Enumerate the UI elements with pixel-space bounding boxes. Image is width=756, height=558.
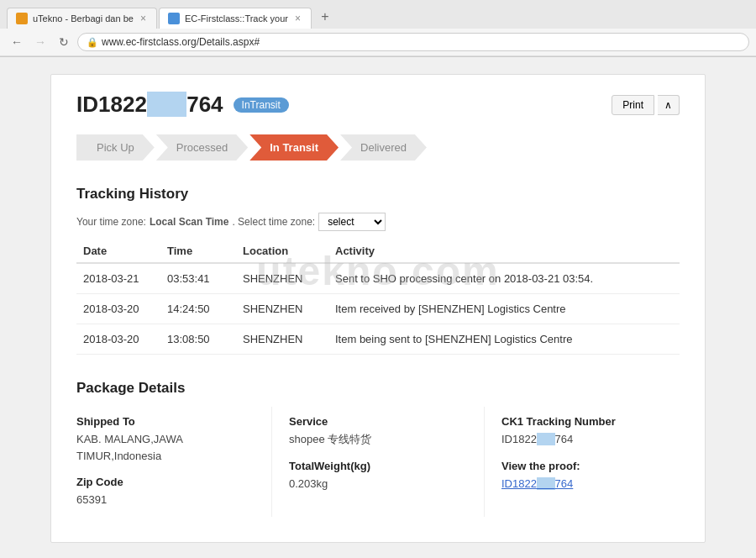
tracking-history-title: Tracking History [76, 186, 680, 203]
table-row: 2018-03-21 03:53:41 SHENZHEN Sent to SHO… [76, 263, 680, 294]
row2-time: 14:24:50 [160, 294, 236, 324]
timezone-select[interactable]: select [318, 213, 386, 231]
ck1-value: ID1822 764 [501, 431, 680, 448]
ck1-highlight [537, 433, 555, 445]
address-bar[interactable]: 🔒 www.ec-firstclass.org/Details.aspx# [77, 33, 749, 51]
print-button[interactable]: Print [612, 95, 654, 115]
table-row: 2018-03-20 14:24:50 SHENZHEN Item receiv… [76, 294, 680, 324]
tracking-header: ID1822 764 InTransit Print ∧ [76, 92, 680, 118]
tracking-table-body: 2018-03-21 03:53:41 SHENZHEN Sent to SHO… [76, 263, 680, 355]
ck1-suffix: 764 [555, 433, 574, 445]
tab-utekno[interactable]: uTekno - Berbagi dan be × [7, 8, 157, 29]
nav-bar: ← → ↻ 🔒 www.ec-firstclass.org/Details.as… [0, 29, 756, 56]
new-tab-button[interactable]: + [313, 5, 337, 29]
package-col-ck1: CK1 Tracking Number ID1822 764 View the … [485, 407, 680, 517]
row2-date: 2018-03-20 [76, 294, 160, 324]
step-pickup: Pick Up [76, 134, 155, 161]
package-proof-section: View the proof: ID1822 764 [501, 460, 680, 492]
reload-button[interactable]: ↻ [54, 32, 74, 52]
main-content: ID1822 764 InTransit Print ∧ Pick Up Pro… [50, 74, 706, 543]
package-details-section: Package Details Shipped To KAB. MALANG,J… [76, 380, 680, 517]
progress-steps: Pick Up Processed In Transit Delivered [76, 134, 680, 161]
weight-label: TotalWeight(kg) [289, 460, 467, 472]
ck1-label: CK1 Tracking Number [501, 415, 680, 428]
tab-favicon-utekno [16, 13, 28, 24]
row1-time: 03:53:41 [160, 263, 236, 294]
tab-title-ec: EC-Firstclass::Track your [185, 13, 288, 24]
tab-ec-firstclass[interactable]: EC-Firstclass::Track your × [159, 8, 312, 29]
package-details-title: Package Details [76, 380, 680, 397]
timezone-label: Your time zone: [76, 216, 146, 228]
browser-chrome: uTekno - Berbagi dan be × EC-Firstclass:… [0, 0, 756, 57]
status-badge: InTransit [234, 97, 289, 113]
tab-bar: uTekno - Berbagi dan be × EC-Firstclass:… [0, 0, 756, 29]
timezone-type: Local Scan Time [150, 216, 228, 228]
row2-activity: Item received by [SHENZHEN] Logistics Ce… [328, 294, 680, 324]
back-button[interactable]: ← [7, 32, 27, 52]
col-header-date: Date [76, 240, 160, 263]
service-value: shopee 专线特货 [289, 431, 467, 448]
shipped-to-label: Shipped To [76, 415, 255, 428]
id-highlight [147, 92, 186, 117]
proof-prefix: ID1822 [501, 477, 537, 490]
row3-time: 13:08:50 [160, 324, 236, 355]
shipped-to-value: KAB. MALANG,JAWA TIMUR,Indonesia [76, 431, 255, 464]
tab-favicon-ec [168, 13, 180, 24]
step-intransit: In Transit [249, 134, 339, 161]
row2-location: SHENZHEN [236, 294, 328, 324]
tracking-table-head: Date Time Location Activity [76, 240, 680, 263]
tracking-id-row: ID1822 764 InTransit [76, 92, 289, 118]
package-weight-section: TotalWeight(kg) 0.203kg [289, 460, 467, 492]
tracking-id: ID1822 764 [76, 92, 223, 118]
zip-code-label: Zip Code [76, 476, 255, 488]
timezone-row: Your time zone: Local Scan Time . Select… [76, 213, 680, 231]
proof-link[interactable]: ID1822 764 [501, 476, 680, 492]
col-header-location: Location [236, 240, 328, 263]
header-actions: Print ∧ [612, 95, 680, 115]
print-caret-button[interactable]: ∧ [658, 95, 680, 115]
step-processed: Processed [156, 134, 248, 161]
service-label: Service [289, 415, 467, 428]
weight-value: 0.203kg [289, 476, 467, 492]
proof-label: View the proof: [501, 460, 680, 472]
lock-icon: 🔒 [87, 37, 98, 48]
row1-date: 2018-03-21 [76, 263, 160, 294]
col-header-time: Time [160, 240, 236, 263]
tab-close-utekno[interactable]: × [139, 13, 148, 24]
zip-code-value: 65391 [76, 492, 255, 508]
step-delivered: Delivered [340, 134, 427, 161]
row1-activity: Sent to SHO processing center on 2018-03… [328, 263, 680, 294]
row3-location: SHENZHEN [236, 324, 328, 355]
proof-suffix: 764 [555, 477, 574, 490]
forward-button[interactable]: → [30, 32, 50, 52]
row3-date: 2018-03-20 [76, 324, 160, 355]
package-col-service: Service shopee 专线特货 TotalWeight(kg) 0.20… [272, 407, 485, 517]
row3-activity: Item being sent to [SHENZHEN] Logistics … [328, 324, 680, 355]
ck1-prefix: ID1822 [501, 433, 537, 445]
package-grid: Shipped To KAB. MALANG,JAWA TIMUR,Indone… [76, 407, 680, 517]
package-zip-section: Zip Code 65391 [76, 476, 255, 508]
proof-highlight [537, 477, 555, 490]
package-col-shipping: Shipped To KAB. MALANG,JAWA TIMUR,Indone… [76, 407, 272, 517]
id-suffix: 764 [186, 92, 223, 117]
tab-title-utekno: uTekno - Berbagi dan be [33, 13, 134, 24]
tracking-table: Date Time Location Activity 2018-03-21 0… [76, 240, 680, 355]
tracking-history-section: utekno.com Tracking History Your time zo… [76, 186, 680, 355]
id-prefix: ID1822 [76, 92, 147, 117]
url-text: www.ec-firstclass.org/Details.aspx# [102, 36, 260, 48]
table-row: 2018-03-20 13:08:50 SHENZHEN Item being … [76, 324, 680, 355]
col-header-activity: Activity [328, 240, 680, 263]
timezone-select-label: . Select time zone: [232, 216, 315, 228]
row1-location: SHENZHEN [236, 263, 328, 294]
tab-close-ec[interactable]: × [293, 13, 302, 24]
